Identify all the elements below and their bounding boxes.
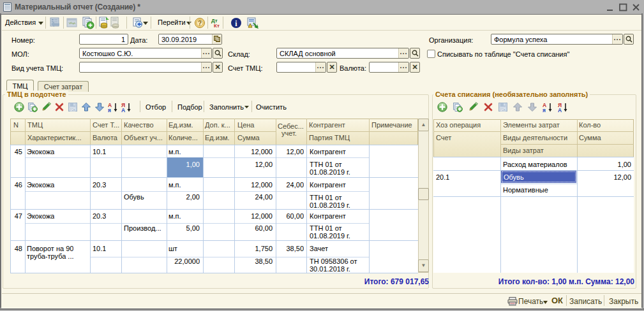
svg-text:Кт: Кт <box>214 23 220 29</box>
svg-text:ГОК: ГОК <box>70 108 76 112</box>
svg-text:ГОК: ГОК <box>500 108 506 112</box>
svg-text:я: я <box>108 107 111 113</box>
svg-text:?: ? <box>198 20 202 27</box>
svg-text:я: я <box>543 107 546 113</box>
svg-text:А: А <box>558 107 562 113</box>
svg-text:А: А <box>121 107 125 113</box>
